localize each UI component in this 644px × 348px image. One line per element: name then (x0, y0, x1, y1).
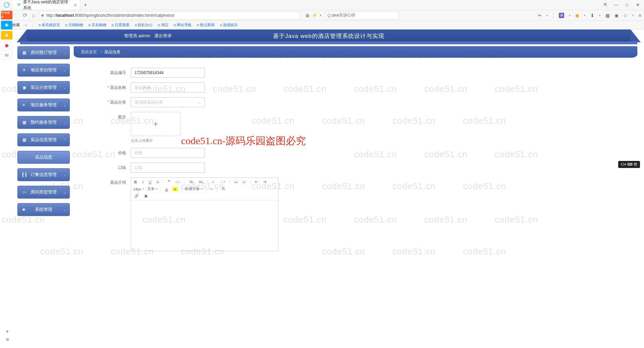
ul-icon[interactable]: ⋮≡ (218, 179, 226, 185)
sidebar-item-order[interactable]: ▎▎订餐信息管理⌄ (17, 168, 70, 181)
separator (207, 180, 208, 184)
browser-logo-icon (0, 0, 13, 10)
clear-icon[interactable]: T̶ₓ (220, 186, 226, 192)
font-size-select[interactable]: 14px▾ (133, 187, 144, 191)
align-icon[interactable]: ≡ (209, 186, 213, 192)
forward-icon[interactable]: 〉 (13, 12, 18, 19)
italic-icon[interactable]: I (141, 179, 145, 185)
sidebar-item-reserve-service[interactable]: ▦预约服务管理⌄ (17, 116, 70, 129)
editor-body[interactable] (131, 200, 278, 251)
sidebar-item-system[interactable]: ■系统管理⌄ (17, 203, 70, 216)
sidebar-subitem-dish-info[interactable]: 菜品信息 (17, 151, 70, 164)
sup-icon[interactable]: x² (242, 179, 247, 185)
bg-color-icon[interactable]: A (172, 187, 178, 191)
ql-mail-icon[interactable]: ✉ (1, 51, 12, 60)
home-icon[interactable]: ⌂ (32, 12, 35, 18)
ql-app1-icon[interactable]: ✚ (1, 21, 12, 30)
ql-weibo-icon[interactable]: ◉ (1, 41, 12, 50)
sidebar-item-room-booking[interactable]: ▦房间预订管理⌄ (17, 46, 70, 59)
font-family-select[interactable]: 标准字体▾ (185, 186, 202, 191)
upload-button[interactable]: + (131, 112, 180, 136)
chevron-down-icon[interactable]: ▾ (320, 14, 322, 17)
apps-icon[interactable]: ▦ (605, 13, 610, 18)
font-style-select[interactable]: 文本▾ (147, 186, 157, 191)
search-input[interactable]: Q java实训心得 (325, 11, 399, 19)
win-min-icon[interactable]: — (614, 2, 619, 7)
collapse-add-icon[interactable]: + (3, 329, 11, 335)
banner-body: 管理员 admin 退出登录 基于Java web的酒店管理系统设计与实现 (27, 30, 631, 42)
bookmark-item[interactable]: 热点新闻 (197, 22, 215, 27)
bookmark-item[interactable]: 老毛桃首页 (39, 22, 60, 27)
text-color-icon[interactable]: A (164, 186, 169, 192)
breadcrumb-home[interactable]: 系统首页 (81, 49, 97, 55)
ql-login-icon[interactable]: 登录账号 (1, 11, 12, 19)
separator (161, 187, 161, 191)
win-max-icon[interactable]: □ (625, 2, 629, 7)
h1-icon[interactable]: H₁ (189, 179, 195, 185)
sidebar-item-dish-category[interactable]: ▣菜品分类管理⌄ (17, 81, 70, 94)
row-price: 价格 (104, 148, 376, 158)
image-icon[interactable]: ▣ (143, 193, 149, 199)
qr-icon[interactable]: ▦ (306, 13, 309, 18)
translate-icon[interactable]: 译 (559, 13, 564, 18)
input-code[interactable] (131, 68, 205, 78)
indent-out-icon[interactable]: ⇤ (254, 179, 259, 185)
quote-icon[interactable]: ❞ (167, 179, 171, 185)
square-icon: ▣ (22, 85, 26, 90)
addr-extras: ▦ ⚡ ▾ (306, 13, 322, 18)
browser-tab[interactable]: 基于Java web的酒店管理系统 × (13, 0, 80, 10)
bookmark-item[interactable]: 淘宝 (158, 22, 168, 27)
banner-left-edge (17, 30, 27, 42)
bookmark-item[interactable]: 网址导航 (174, 22, 192, 27)
link-icon[interactable]: 🔗 (133, 193, 140, 199)
h2-icon[interactable]: H₂ (198, 179, 204, 185)
download-icon[interactable]: ⬇ (590, 13, 594, 18)
code-icon[interactable]: </> (174, 179, 181, 185)
menu-icon[interactable]: ≡ (639, 13, 641, 18)
tab-close-icon[interactable]: × (74, 2, 77, 8)
sub-icon[interactable]: x₂ (233, 179, 239, 185)
bookmark-item[interactable]: 京东购物 (89, 22, 106, 27)
select-category[interactable]: 请选择菜品分类 ⌄ (131, 97, 205, 107)
page-title: 基于Java web的酒店管理系统设计与实现 (273, 32, 384, 40)
ql-app2-icon[interactable]: ★ (1, 31, 12, 40)
window-controls: ⇱ — □ ✕ (603, 2, 644, 7)
chevron-down-icon: ⌄ (63, 51, 66, 55)
fav-label: 收藏 (12, 22, 20, 27)
logout-link[interactable]: 退出登录 (154, 33, 172, 39)
ime-badge[interactable]: CH ⌨ 简 (618, 161, 640, 168)
sidebar-item-dish-info[interactable]: ▦菜品信息管理⌃ (17, 133, 70, 146)
select-placeholder: 请选择菜品分类 (135, 100, 163, 105)
sidebar-item-service[interactable]: ≡项目服务管理⌄ (17, 99, 70, 111)
bookmark-item[interactable]: 轻松办公 (135, 22, 153, 27)
chevron-down-icon: ▾ (201, 187, 202, 190)
flash-icon[interactable]: ⚡ (312, 13, 317, 18)
sidebar-item-category[interactable]: ✈项目类别管理⌄ (17, 64, 70, 76)
collapse-menu-icon[interactable]: ≡ (3, 337, 11, 343)
indent-in-icon[interactable]: ⇥ (262, 179, 267, 185)
new-tab-button[interactable]: + (80, 2, 90, 8)
win-shrink-icon[interactable]: ⇱ (603, 2, 608, 7)
ol-icon[interactable]: ≡ (211, 179, 215, 185)
bold-icon[interactable]: B (133, 179, 138, 185)
win-close-icon[interactable]: ✕ (635, 2, 640, 7)
sidebar-item-room-type[interactable]: ▭房间类型管理⌄ (17, 186, 70, 198)
compass-icon[interactable]: ◉ (614, 13, 619, 18)
bookmark-item[interactable]: 百度搜索 (112, 22, 129, 27)
tab-title: 基于Java web的酒店管理系统 (23, 0, 71, 11)
input-taste[interactable] (131, 163, 205, 173)
input-price[interactable] (131, 148, 205, 158)
scissors-icon[interactable]: ✂ (538, 13, 542, 18)
input-name[interactable] (131, 82, 205, 93)
adblock-icon[interactable]: ◉ (575, 13, 579, 18)
bookmark-item[interactable]: 游戏娱乐 (220, 22, 238, 27)
chevron-down-icon: ⌄ (63, 121, 66, 124)
url-prefix: http:// (46, 13, 56, 18)
underline-icon[interactable]: U (148, 179, 153, 185)
strike-icon[interactable]: S (156, 179, 160, 185)
star-icon[interactable]: ☆ (623, 13, 628, 18)
bookmark-item[interactable]: 天猫购物 (65, 22, 83, 27)
url-input[interactable]: ◉ http://localhost:8080/springbootv2fvn/… (39, 11, 300, 19)
reload-icon[interactable]: ⟳ (23, 12, 27, 18)
row-name: *菜品名称 (104, 82, 376, 93)
